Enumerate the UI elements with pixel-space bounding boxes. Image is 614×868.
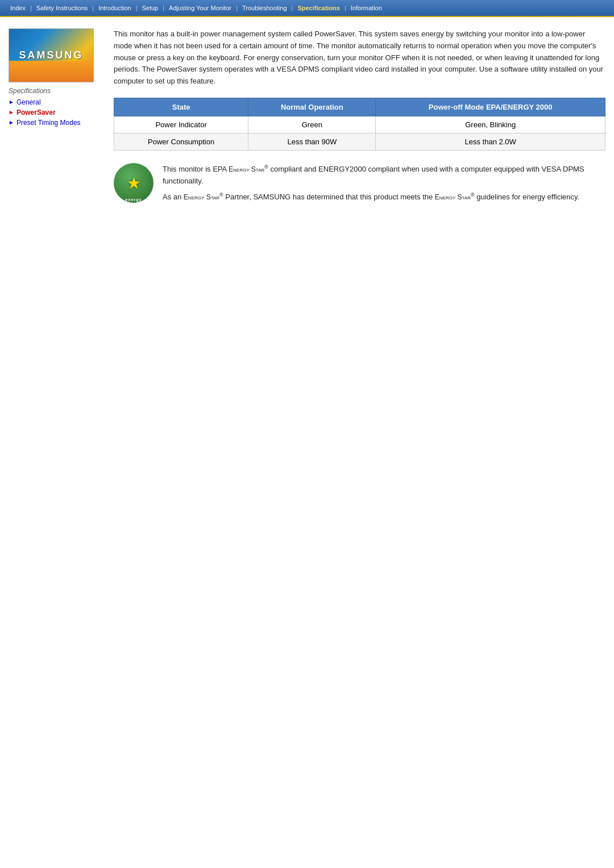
registered-mark-1: ®	[264, 164, 268, 170]
sidebar-link-preset[interactable]: ► Preset Timing Modes	[9, 119, 99, 127]
content-area: This monitor has a built-in power manage…	[108, 28, 605, 207]
arrow-icon-preset: ►	[9, 119, 14, 126]
sidebar-section-title: Specifications	[9, 87, 99, 95]
energy-star-logo: energy	[114, 163, 154, 203]
nav-item-information[interactable]: Information	[346, 3, 387, 12]
samsung-logo: SAMSUNG	[9, 28, 94, 82]
sidebar-link-powersaver[interactable]: ► PowerSaver	[9, 108, 99, 116]
energy-logo-graphic: energy	[114, 163, 154, 203]
nav-item-adjusting[interactable]: Adjusting Your Monitor	[164, 3, 236, 12]
sidebar-link-general[interactable]: ► General	[9, 98, 99, 106]
table-header-state: State	[114, 98, 248, 116]
table-cell-indicator-poweroff: Green, Blinking	[376, 116, 605, 133]
table-cell-consumption-poweroff: Less than 2.0W	[376, 133, 605, 150]
nav-item-specifications[interactable]: Specifications	[293, 3, 345, 12]
sidebar: SAMSUNG Specifications ► General ► Power…	[9, 28, 108, 207]
table-cell-consumption-normal: Less than 90W	[248, 133, 376, 150]
table-cell-indicator-label: Power Indicator	[114, 116, 248, 133]
energy-para-1: This monitor is EPA Energy Star® complia…	[163, 163, 605, 187]
table-cell-indicator-normal: Green	[248, 116, 376, 133]
power-table: State Normal Operation Power-off Mode EP…	[114, 98, 605, 151]
energy-star-text-2: Energy Star	[184, 193, 219, 201]
energy-star-text-1: Energy Star	[229, 165, 264, 173]
nav-item-safety[interactable]: Safety Instructions	[32, 3, 93, 12]
energy-logo-label: energy	[114, 198, 154, 202]
nav-item-intro[interactable]: Introduction	[94, 3, 135, 12]
nav-item-troubleshooting[interactable]: Troubleshooting	[238, 3, 291, 12]
nav-bar: Index | Safety Instructions | Introducti…	[0, 0, 614, 17]
table-row: Power Consumption Less than 90W Less tha…	[114, 133, 605, 150]
nav-item-setup[interactable]: Setup	[137, 3, 163, 12]
table-header-poweroff: Power-off Mode EPA/ENERGY 2000	[376, 98, 605, 116]
energy-star-text-3: Energy Star	[435, 193, 471, 201]
registered-mark-3: ®	[471, 192, 475, 198]
energy-star-section: energy This monitor is EPA Energy Star® …	[114, 163, 605, 207]
table-cell-consumption-label: Power Consumption	[114, 133, 248, 150]
main-container: SAMSUNG Specifications ► General ► Power…	[0, 17, 614, 218]
intro-paragraph: This monitor has a built-in power manage…	[114, 28, 605, 87]
arrow-icon-powersaver: ►	[9, 109, 14, 115]
logo-text: SAMSUNG	[19, 49, 83, 61]
energy-description: This monitor is EPA Energy Star® complia…	[163, 163, 605, 207]
nav-item-index[interactable]: Index	[6, 3, 30, 12]
registered-mark-2: ®	[219, 192, 223, 198]
table-row: Power Indicator Green Green, Blinking	[114, 116, 605, 133]
arrow-icon-general: ►	[9, 99, 14, 105]
energy-para-2: As an Energy Star® Partner, SAMSUNG has …	[163, 191, 605, 203]
table-header-normal: Normal Operation	[248, 98, 376, 116]
